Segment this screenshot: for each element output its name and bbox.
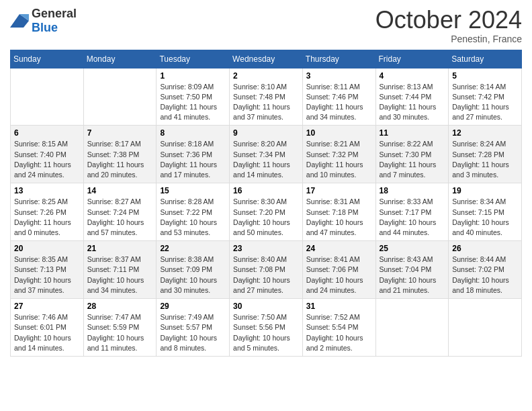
daylight-text: Daylight: 10 hours and 14 minutes. (14, 334, 71, 352)
daylight-text: Daylight: 11 hours and 0 minutes. (14, 218, 71, 236)
sunset-text: Sunset: 7:11 PM (87, 265, 140, 273)
calendar-cell: 29Sunrise: 7:49 AMSunset: 5:57 PMDayligh… (157, 299, 230, 357)
sunset-text: Sunset: 7:15 PM (452, 208, 504, 216)
calendar-cell: 5Sunrise: 8:14 AMSunset: 7:42 PMDaylight… (449, 68, 522, 126)
sunset-text: Sunset: 7:50 PM (160, 93, 212, 101)
daylight-text: Daylight: 11 hours and 37 minutes. (233, 103, 290, 121)
day-number: 15 (160, 186, 226, 195)
daylight-text: Daylight: 10 hours and 11 minutes. (87, 334, 144, 352)
sunset-text: Sunset: 7:46 PM (306, 93, 359, 101)
day-info: Sunrise: 8:33 AMSunset: 7:17 PMDaylight:… (380, 197, 445, 238)
sunset-text: Sunset: 7:40 PM (14, 150, 66, 158)
page-header: General Blue October 2024 Penestin, Fran… (10, 7, 522, 44)
calendar-cell (375, 299, 449, 357)
day-info: Sunrise: 7:50 AMSunset: 5:56 PMDaylight:… (233, 312, 299, 353)
sunrise-text: Sunrise: 8:09 AM (160, 83, 214, 91)
calendar-cell: 23Sunrise: 8:40 AMSunset: 7:08 PMDayligh… (230, 241, 303, 299)
day-info: Sunrise: 8:38 AMSunset: 7:09 PMDaylight:… (160, 255, 226, 295)
logo-text: General Blue (32, 7, 77, 35)
calendar-cell: 24Sunrise: 8:41 AMSunset: 7:06 PMDayligh… (302, 241, 375, 299)
sunset-text: Sunset: 7:17 PM (380, 208, 432, 216)
sunrise-text: Sunrise: 8:27 AM (87, 197, 141, 205)
daylight-text: Daylight: 10 hours and 2 minutes. (306, 334, 363, 352)
sunrise-text: Sunrise: 8:31 AM (306, 197, 360, 205)
day-number: 31 (306, 302, 372, 311)
logo-blue: Blue (32, 21, 58, 34)
sunrise-text: Sunrise: 8:15 AM (14, 140, 68, 148)
daylight-text: Daylight: 11 hours and 7 minutes. (380, 161, 437, 179)
day-number: 19 (452, 186, 518, 195)
calendar-week-row: 20Sunrise: 8:35 AMSunset: 7:13 PMDayligh… (11, 241, 522, 299)
day-number: 16 (233, 186, 299, 195)
day-info: Sunrise: 8:40 AMSunset: 7:08 PMDaylight:… (233, 255, 299, 295)
sunrise-text: Sunrise: 8:28 AM (160, 197, 214, 205)
logo: General Blue (10, 7, 77, 35)
sunset-text: Sunset: 7:20 PM (233, 208, 285, 216)
day-info: Sunrise: 8:24 AMSunset: 7:28 PMDaylight:… (452, 139, 518, 180)
day-info: Sunrise: 8:10 AMSunset: 7:48 PMDaylight:… (233, 82, 299, 123)
day-info: Sunrise: 7:46 AMSunset: 6:01 PMDaylight:… (14, 312, 80, 353)
day-info: Sunrise: 8:09 AMSunset: 7:50 PMDaylight:… (160, 82, 226, 123)
day-number: 25 (380, 244, 445, 253)
sunrise-text: Sunrise: 8:25 AM (14, 197, 68, 205)
calendar-week-row: 6Sunrise: 8:15 AMSunset: 7:40 PMDaylight… (11, 126, 522, 183)
calendar-cell: 7Sunrise: 8:17 AMSunset: 7:38 PMDaylight… (83, 126, 157, 183)
sunset-text: Sunset: 6:01 PM (14, 323, 66, 331)
sunset-text: Sunset: 5:57 PM (160, 323, 212, 331)
sunset-text: Sunset: 7:06 PM (306, 265, 359, 273)
calendar-cell: 15Sunrise: 8:28 AMSunset: 7:22 PMDayligh… (157, 183, 230, 241)
calendar-cell: 27Sunrise: 7:46 AMSunset: 6:01 PMDayligh… (11, 299, 84, 357)
sunrise-text: Sunrise: 7:49 AM (160, 313, 214, 321)
sunrise-text: Sunrise: 8:14 AM (452, 83, 506, 91)
sunset-text: Sunset: 7:36 PM (160, 150, 212, 158)
sunrise-text: Sunrise: 8:30 AM (233, 197, 287, 205)
sunset-text: Sunset: 7:04 PM (380, 265, 432, 273)
calendar-cell: 17Sunrise: 8:31 AMSunset: 7:18 PMDayligh… (302, 183, 375, 241)
day-number: 9 (233, 128, 299, 138)
day-number: 29 (160, 302, 226, 311)
daylight-text: Daylight: 10 hours and 30 minutes. (160, 276, 217, 294)
day-number: 12 (452, 128, 518, 138)
day-number: 6 (14, 128, 80, 138)
sunrise-text: Sunrise: 8:21 AM (306, 140, 360, 148)
sunrise-text: Sunrise: 8:22 AM (380, 140, 433, 148)
col-monday: Monday (83, 50, 157, 68)
calendar-cell (11, 68, 84, 126)
col-sunday: Sunday (11, 50, 84, 68)
day-info: Sunrise: 8:31 AMSunset: 7:18 PMDaylight:… (306, 197, 372, 238)
sunrise-text: Sunrise: 8:41 AM (306, 255, 360, 263)
month-title: October 2024 (375, 7, 522, 34)
sunset-text: Sunset: 7:48 PM (233, 93, 285, 101)
sunset-text: Sunset: 5:54 PM (306, 323, 359, 331)
calendar-cell: 2Sunrise: 8:10 AMSunset: 7:48 PMDaylight… (230, 68, 303, 126)
sunrise-text: Sunrise: 8:37 AM (87, 255, 141, 263)
day-number: 8 (160, 128, 226, 138)
day-number: 24 (306, 244, 372, 253)
daylight-text: Daylight: 10 hours and 24 minutes. (306, 276, 363, 294)
sunset-text: Sunset: 7:22 PM (160, 208, 212, 216)
sunset-text: Sunset: 7:13 PM (14, 265, 66, 273)
calendar-cell: 14Sunrise: 8:27 AMSunset: 7:24 PMDayligh… (83, 183, 157, 241)
sunset-text: Sunset: 7:24 PM (87, 208, 140, 216)
sunset-text: Sunset: 7:28 PM (452, 150, 504, 158)
daylight-text: Daylight: 11 hours and 27 minutes. (452, 103, 509, 121)
day-info: Sunrise: 8:20 AMSunset: 7:34 PMDaylight:… (233, 139, 299, 180)
day-number: 4 (380, 71, 445, 81)
sunset-text: Sunset: 7:18 PM (306, 208, 359, 216)
sunset-text: Sunset: 7:09 PM (160, 265, 212, 273)
logo-icon (10, 14, 29, 28)
calendar-cell: 3Sunrise: 8:11 AMSunset: 7:46 PMDaylight… (302, 68, 375, 126)
calendar-cell: 22Sunrise: 8:38 AMSunset: 7:09 PMDayligh… (157, 241, 230, 299)
sunset-text: Sunset: 7:44 PM (380, 93, 432, 101)
location-title: Penestin, France (375, 34, 522, 44)
day-info: Sunrise: 7:49 AMSunset: 5:57 PMDaylight:… (160, 312, 226, 353)
daylight-text: Daylight: 10 hours and 57 minutes. (87, 218, 144, 236)
day-number: 1 (160, 71, 226, 81)
day-number: 27 (14, 302, 80, 311)
calendar-cell: 20Sunrise: 8:35 AMSunset: 7:13 PMDayligh… (11, 241, 84, 299)
day-info: Sunrise: 8:27 AMSunset: 7:24 PMDaylight:… (87, 197, 153, 238)
sunrise-text: Sunrise: 8:44 AM (452, 255, 506, 263)
col-friday: Friday (375, 50, 449, 68)
day-info: Sunrise: 8:37 AMSunset: 7:11 PMDaylight:… (87, 255, 153, 295)
sunrise-text: Sunrise: 8:35 AM (14, 255, 68, 263)
